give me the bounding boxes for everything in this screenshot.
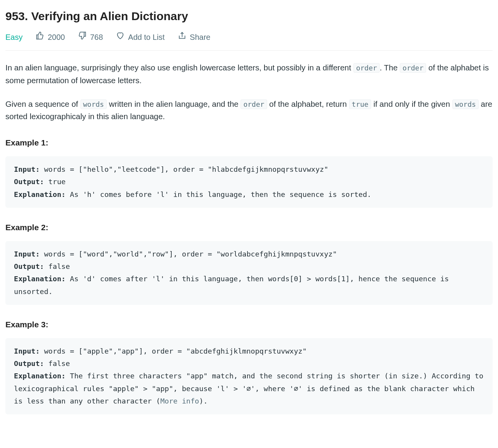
share-label: Share bbox=[190, 31, 210, 43]
more-info-link[interactable]: More info bbox=[160, 397, 199, 405]
example-output: false bbox=[44, 359, 70, 368]
code-order: order bbox=[353, 63, 380, 73]
explanation-label: Explanation: bbox=[14, 372, 66, 380]
difficulty-badge: Easy bbox=[5, 31, 22, 43]
code-words: words bbox=[80, 99, 107, 109]
text: In an alien language, surprisingly they … bbox=[5, 63, 353, 72]
like-button[interactable]: 2000 bbox=[36, 31, 65, 43]
example-heading: Example 3: bbox=[5, 318, 493, 331]
add-to-list-button[interactable]: Add to List bbox=[116, 31, 165, 43]
example-explanation: The first three characters "app" match, … bbox=[14, 372, 488, 405]
description-paragraph: In an alien language, surprisingly they … bbox=[5, 62, 493, 87]
text: written in the alien language, and the bbox=[107, 99, 240, 108]
share-button[interactable]: Share bbox=[178, 31, 210, 43]
example-explanation: As 'd' comes after 'l' in this language,… bbox=[14, 275, 453, 295]
example-block: Input: words = ["hello","leetcode"], ord… bbox=[5, 156, 493, 208]
explanation-label: Explanation: bbox=[14, 275, 66, 283]
meta-row: Easy 2000 768 Add to List Share bbox=[5, 31, 493, 51]
example-explanation: As 'h' comes before 'l' in this language… bbox=[66, 190, 372, 198]
example-input: words = ["hello","leetcode"], order = "h… bbox=[40, 165, 328, 173]
thumbs-up-icon bbox=[36, 31, 44, 43]
output-label: Output: bbox=[14, 359, 44, 368]
example-heading: Example 2: bbox=[5, 221, 493, 234]
example-explanation: ). bbox=[199, 397, 208, 405]
problem-title: 953. Verifying an Alien Dictionary bbox=[5, 7, 493, 26]
input-label: Input: bbox=[14, 347, 40, 355]
text: of the alphabet, return bbox=[267, 99, 349, 108]
thumbs-down-icon bbox=[78, 31, 87, 43]
example-input: words = ["apple","app"], order = "abcdef… bbox=[40, 347, 307, 355]
text: if and only if the given bbox=[371, 99, 452, 108]
example-output: false bbox=[44, 262, 70, 270]
text: Given a sequence of bbox=[5, 99, 80, 108]
example-output: true bbox=[44, 178, 66, 186]
input-label: Input: bbox=[14, 165, 40, 173]
example-block: Input: words = ["word","world","row"], o… bbox=[5, 241, 493, 305]
dislike-button[interactable]: 768 bbox=[78, 31, 103, 43]
description-paragraph: Given a sequence of words written in the… bbox=[5, 98, 493, 123]
code-order: order bbox=[240, 99, 267, 109]
example-input: words = ["word","world","row"], order = … bbox=[40, 250, 337, 258]
text: . The bbox=[380, 63, 400, 72]
example-block: Input: words = ["apple","app"], order = … bbox=[5, 338, 493, 415]
output-label: Output: bbox=[14, 178, 44, 186]
share-icon bbox=[178, 31, 186, 43]
input-label: Input: bbox=[14, 250, 40, 258]
output-label: Output: bbox=[14, 262, 44, 270]
code-words: words bbox=[452, 99, 479, 109]
explanation-label: Explanation: bbox=[14, 190, 66, 198]
example-heading: Example 1: bbox=[5, 136, 493, 149]
problem-description: In an alien language, surprisingly they … bbox=[5, 62, 493, 123]
like-count: 2000 bbox=[48, 31, 65, 43]
add-to-list-label: Add to List bbox=[128, 31, 165, 43]
dislike-count: 768 bbox=[90, 31, 103, 43]
code-order: order bbox=[400, 63, 426, 73]
code-true: true bbox=[349, 99, 371, 109]
heart-icon bbox=[116, 31, 124, 43]
